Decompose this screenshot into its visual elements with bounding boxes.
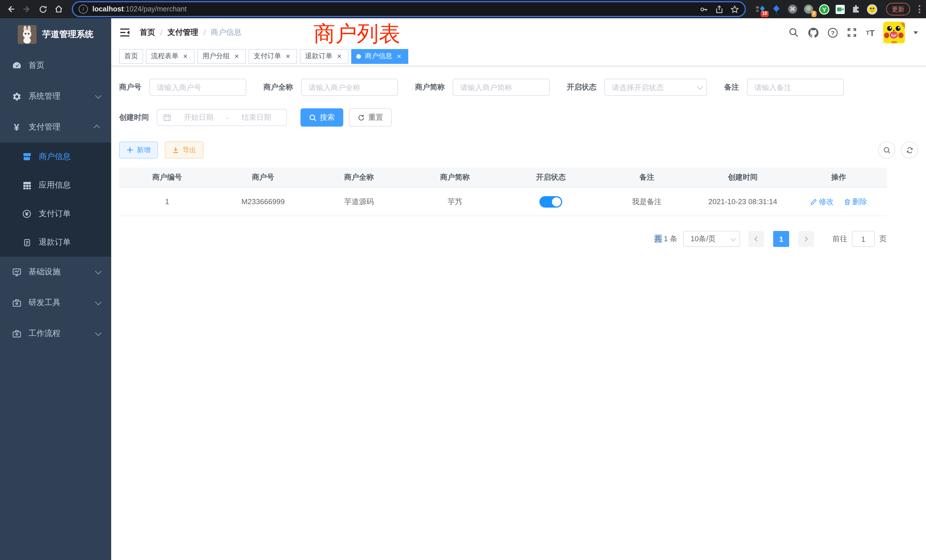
goto-page-input[interactable] <box>852 231 875 247</box>
search-icon[interactable] <box>788 27 799 38</box>
fullscreen-icon[interactable] <box>846 27 857 38</box>
tab-refund-order[interactable]: 退款订单× <box>300 49 348 64</box>
filter-row-1: 商户号 商户全称 商户简称 开启状态 <box>119 79 918 96</box>
browser-home-icon[interactable] <box>53 3 65 15</box>
merchant-no-label: 商户号 <box>119 82 141 92</box>
sidebar-item-home[interactable]: 首页 <box>0 50 111 81</box>
extension-raycast-icon[interactable]: 10 <box>755 4 766 15</box>
app-logo-row[interactable]: 芋道管理系统 <box>0 18 111 50</box>
navbar: 首页 / 支付管理 / 商户信息 ? <box>111 18 926 47</box>
cell-remark: 我是备注 <box>599 187 695 216</box>
share-icon[interactable] <box>715 5 723 14</box>
prev-page-button[interactable] <box>748 231 764 247</box>
page-size-select[interactable]: 10条/页 <box>683 231 740 247</box>
avatar-caret-icon[interactable] <box>914 31 918 34</box>
page-info-icon[interactable]: i <box>79 5 88 14</box>
sidebar-item-merchant-info[interactable]: 商户信息 <box>0 142 111 171</box>
col-status: 开启状态 <box>503 168 599 187</box>
yen-icon: ¥ <box>11 122 22 132</box>
sidebar-item-app-info[interactable]: 应用信息 <box>0 171 111 200</box>
col-create-time: 创建时间 <box>695 168 791 187</box>
full-name-input[interactable] <box>301 79 398 96</box>
tab-pay-order[interactable]: 支付订单× <box>249 49 297 64</box>
cell-full-name: 芋道源码 <box>311 187 407 216</box>
page-number-1[interactable]: 1 <box>773 231 789 247</box>
chevron-up-icon <box>94 125 100 132</box>
tab-process-form[interactable]: 流程表单× <box>146 49 194 64</box>
short-name-input[interactable] <box>453 79 550 96</box>
chevron-down-icon <box>95 299 102 306</box>
cell-create-time: 2021-10-23 08:31:14 <box>695 187 791 216</box>
extensions-puzzle-icon[interactable] <box>851 4 862 15</box>
close-icon[interactable]: × <box>395 52 403 60</box>
add-button[interactable]: 新增 <box>119 141 158 159</box>
extension-kite-icon[interactable] <box>771 4 782 15</box>
export-button[interactable]: 导出 <box>165 141 204 159</box>
refresh-icon <box>357 114 365 121</box>
password-key-icon[interactable] <box>700 5 708 14</box>
browser-reload-icon[interactable] <box>36 3 49 15</box>
help-icon[interactable]: ? <box>827 27 838 38</box>
chevron-left-icon <box>753 236 759 242</box>
sidebar-item-infrastructure[interactable]: 基础设施 <box>0 257 111 288</box>
close-icon[interactable]: × <box>284 52 292 60</box>
extension-camera-icon[interactable]: 1 <box>803 4 814 15</box>
merchant-no-input[interactable] <box>150 79 246 96</box>
plus-icon <box>127 147 133 153</box>
status-toggle[interactable] <box>539 196 562 207</box>
font-size-icon[interactable]: TT <box>866 28 875 37</box>
create-time-range-picker[interactable]: 开始日期 - 结束日期 <box>157 109 287 126</box>
browser-profile-avatar[interactable] <box>867 4 878 15</box>
reset-button[interactable]: 重置 <box>349 108 392 127</box>
create-time-label: 创建时间 <box>119 112 149 123</box>
close-icon[interactable]: × <box>181 52 189 60</box>
goto-label: 前往 <box>832 234 847 244</box>
breadcrumb-home[interactable]: 首页 <box>140 27 155 38</box>
hide-search-button[interactable] <box>878 141 895 159</box>
extension-y-icon[interactable]: Y <box>819 4 830 15</box>
tab-user-group[interactable]: 用户分组× <box>197 49 246 64</box>
extension-meet-icon[interactable] <box>835 4 846 15</box>
refresh-table-button[interactable] <box>901 141 918 159</box>
browser-update-button[interactable]: 更新 <box>886 3 910 15</box>
status-select[interactable] <box>604 79 707 96</box>
edit-pencil-icon <box>810 198 817 205</box>
download-icon <box>172 147 179 153</box>
sidebar-item-dev-tools[interactable]: 研发工具 <box>0 288 111 318</box>
sidebar-item-pay[interactable]: ¥ 支付管理 <box>0 112 111 142</box>
breadcrumb-pay[interactable]: 支付管理 <box>168 27 198 38</box>
sidebar-item-system[interactable]: 系统管理 <box>0 81 111 112</box>
pagination-goto: 前往 页 <box>832 231 887 247</box>
remark-label: 备注 <box>724 82 739 92</box>
status-label: 开启状态 <box>567 82 596 92</box>
extension-strip: 10 ⌘ 1 Y 更新 <box>755 3 921 15</box>
sidebar-submenu-pay: 商户信息 应用信息 ¥ 支付订单 <box>0 142 111 257</box>
delete-link[interactable]: 删除 <box>844 197 867 207</box>
edit-link[interactable]: 修改 <box>810 197 834 207</box>
date-separator: - <box>226 113 229 122</box>
address-bar[interactable]: i localhost:1024/pay/merchant <box>72 1 746 17</box>
sidebar-item-pay-order[interactable]: ¥ 支付订单 <box>0 200 111 228</box>
sidebar-item-workflow[interactable]: 工作流程 <box>0 318 111 349</box>
tab-home[interactable]: 首页 <box>119 49 143 64</box>
browser-back-icon[interactable] <box>5 3 17 15</box>
sidebar-collapse-icon[interactable] <box>119 27 130 38</box>
github-icon[interactable] <box>808 27 819 38</box>
extension-command-icon[interactable]: ⌘ <box>787 4 798 15</box>
pagination: 共 1 条 10条/页 1 前往 页 <box>119 231 887 247</box>
close-icon[interactable]: × <box>233 52 241 60</box>
close-icon[interactable]: × <box>335 52 343 60</box>
search-button[interactable]: 搜索 <box>301 108 343 127</box>
cell-short-name: 芋艿 <box>407 187 503 216</box>
tab-merchant-info[interactable]: 商户信息× <box>351 49 408 64</box>
dashboard-icon <box>11 61 22 71</box>
start-date-placeholder: 开始日期 <box>174 112 223 123</box>
next-page-button[interactable] <box>798 231 814 247</box>
user-avatar[interactable] <box>883 22 905 43</box>
browser-forward-icon[interactable] <box>21 3 33 15</box>
sidebar-item-refund-order[interactable]: 退款订单 <box>0 228 111 257</box>
bookmark-star-icon[interactable] <box>731 5 739 14</box>
trash-icon <box>844 198 850 205</box>
browser-menu-icon[interactable] <box>918 5 920 13</box>
remark-input[interactable] <box>747 79 844 96</box>
